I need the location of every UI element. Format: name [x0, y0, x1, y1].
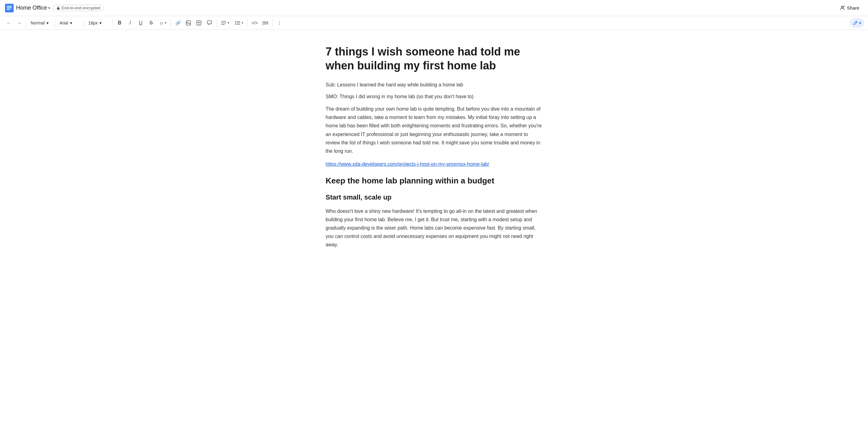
insert-group: 🔗: [173, 18, 214, 28]
font-label: Arial: [60, 21, 68, 25]
table-icon: [196, 20, 202, 26]
font-chevron-icon: ▾: [70, 21, 72, 25]
table-button[interactable]: [194, 18, 204, 28]
italic-icon: I: [129, 20, 131, 26]
doc-link[interactable]: https://www.xda-developers.com/projects-…: [326, 161, 542, 167]
style-select[interactable]: Normal ▾: [28, 18, 53, 28]
size-group: 16px ▾: [86, 18, 111, 28]
svg-point-5: [841, 6, 843, 8]
share-label: Share: [847, 5, 859, 10]
share-button[interactable]: Share: [836, 3, 863, 13]
list-button[interactable]: ▾: [232, 18, 246, 28]
comment-button[interactable]: [205, 18, 214, 28]
style-group: Normal ▾: [28, 18, 53, 28]
quote-button[interactable]: |99: [260, 18, 271, 28]
style-chevron-icon: ▾: [46, 21, 49, 25]
document-title: 7 things I wish someone had told me when…: [326, 44, 542, 72]
document-area: 7 things I wish someone had told me when…: [301, 30, 567, 280]
size-label: 16px: [88, 21, 98, 25]
toolbar-right: ▾: [850, 18, 864, 28]
style-label: Normal: [31, 21, 44, 25]
svg-rect-1: [7, 6, 12, 7]
app-title-chevron: ▾: [48, 6, 50, 10]
section-1-body: Who doesn't love a shiny new hardware! I…: [326, 207, 542, 249]
docs-icon: [5, 4, 13, 12]
list-chevron-icon: ▾: [242, 21, 243, 25]
emoji-button[interactable]: ☺ ▾: [157, 18, 169, 28]
divider-8: [272, 19, 273, 27]
svg-point-17: [235, 21, 236, 22]
code-icon: </>: [252, 21, 258, 25]
divider-2: [55, 19, 55, 27]
align-icon: [221, 21, 226, 25]
link-button[interactable]: 🔗: [173, 18, 183, 28]
history-group: ← →: [4, 18, 24, 28]
more-button[interactable]: ⋮: [275, 18, 284, 28]
paragraph-group: ▾ ▾: [218, 18, 246, 28]
code-group: </> |99: [250, 18, 270, 28]
divider-4: [113, 19, 113, 27]
redo-icon: →: [17, 21, 21, 25]
svg-rect-2: [7, 7, 12, 8]
top-bar-left: Home Office ▾ End-to-end encrypted: [5, 4, 104, 12]
doc-meta-sub: Sub: Lessons I learned the hard way whil…: [326, 81, 542, 89]
more-icon: ⋮: [277, 21, 282, 25]
size-chevron-icon: ▾: [99, 21, 102, 25]
section-1-heading: Keep the home lab planning within a budg…: [326, 176, 542, 186]
align-chevron-icon: ▾: [228, 21, 229, 25]
section-1: Keep the home lab planning within a budg…: [326, 176, 542, 249]
quote-icon: |99: [262, 21, 268, 25]
underline-button[interactable]: U: [136, 18, 146, 28]
font-group: Arial ▾: [57, 18, 82, 28]
emoji-chevron-icon: ▾: [165, 21, 166, 25]
divider-3: [84, 19, 84, 27]
svg-point-21: [235, 24, 236, 25]
strikethrough-icon: S: [150, 20, 153, 26]
bold-icon: B: [118, 20, 121, 26]
edit-mode-chevron-icon: ▾: [859, 21, 861, 25]
encrypted-label: End-to-end encrypted: [62, 6, 100, 10]
lock-icon: [56, 6, 60, 10]
svg-rect-4: [57, 8, 60, 9]
emoji-icon: ☺: [159, 21, 163, 25]
format-group: B I U S ☺ ▾: [115, 18, 169, 28]
redo-button[interactable]: →: [14, 18, 24, 28]
size-select[interactable]: 16px ▾: [86, 18, 111, 28]
toolbar: ← → Normal ▾ Arial ▾ 16px ▾ B I: [0, 16, 868, 30]
encrypted-badge: End-to-end encrypted: [53, 5, 104, 11]
doc-meta-smo: SMO: Things I did wrong in my home lab (…: [326, 93, 542, 100]
svg-rect-3: [7, 9, 10, 10]
undo-icon: ←: [6, 21, 11, 25]
align-button[interactable]: ▾: [218, 18, 232, 28]
link-icon: 🔗: [175, 21, 181, 25]
code-button[interactable]: </>: [250, 18, 259, 28]
app-title-text: Home Office: [16, 5, 47, 11]
image-icon: [186, 20, 191, 26]
doc-intro: The dream of building your own home lab …: [326, 105, 542, 155]
svg-line-23: [856, 22, 857, 23]
bold-button[interactable]: B: [115, 18, 125, 28]
section-1-sub-heading: Start small, scale up: [326, 193, 542, 202]
svg-point-9: [187, 22, 188, 23]
font-select[interactable]: Arial ▾: [57, 18, 82, 28]
edit-mode-button[interactable]: ▾: [850, 18, 864, 28]
underline-icon: U: [139, 20, 143, 26]
italic-button[interactable]: I: [125, 18, 135, 28]
top-bar: Home Office ▾ End-to-end encrypted Share: [0, 0, 868, 16]
divider-1: [26, 19, 26, 27]
image-button[interactable]: [183, 18, 193, 28]
list-icon: [235, 21, 240, 25]
svg-point-19: [235, 22, 236, 23]
share-icon: [839, 5, 845, 11]
strikethrough-button[interactable]: S: [146, 18, 156, 28]
divider-6: [216, 19, 217, 27]
svg-rect-13: [207, 21, 212, 24]
undo-button[interactable]: ←: [4, 18, 13, 28]
app-title[interactable]: Home Office ▾: [16, 5, 50, 11]
comment-icon: [207, 20, 212, 26]
pen-icon: [853, 21, 858, 25]
